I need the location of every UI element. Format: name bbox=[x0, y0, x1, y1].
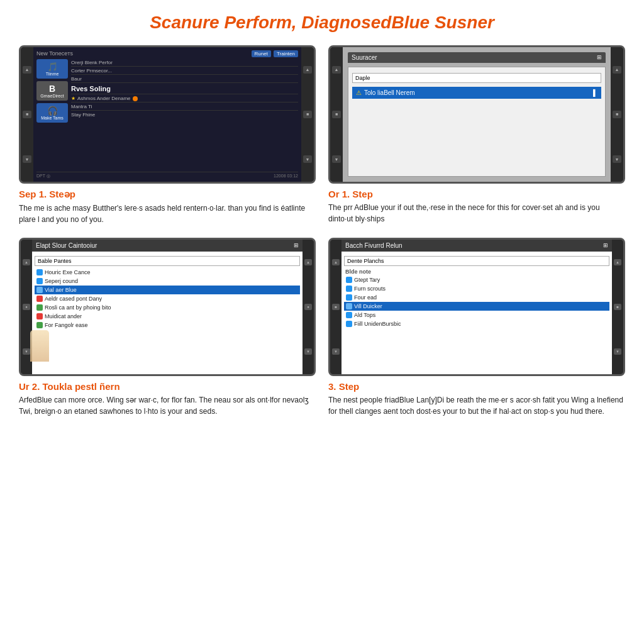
s2-warning-icon: ⚠ bbox=[356, 89, 362, 96]
nav4r-md[interactable]: ■ bbox=[614, 304, 621, 310]
s2-item-label: Tolo liaBell Nerem bbox=[364, 89, 415, 96]
nav-btn-2-mid[interactable]: ■ bbox=[332, 111, 341, 118]
s1-btn-runet[interactable]: Runet bbox=[252, 50, 271, 57]
s2-expand-icon[interactable]: ⊞ bbox=[597, 54, 602, 61]
s3-item-3-highlighted[interactable]: Vial aer Blue bbox=[35, 286, 300, 294]
s4-cb-6 bbox=[346, 321, 352, 327]
cell-bottom-left: ▲ ● ▼ Elapt Slour Caintooiur ⊞ Houric Ex… bbox=[19, 238, 316, 417]
s3-item-6[interactable]: Muidicat ander bbox=[35, 312, 300, 321]
right-nav-3: ▲ ● ▼ bbox=[303, 240, 314, 374]
nav-btn-mid[interactable]: ■ bbox=[23, 111, 31, 118]
s1-item-3: Baur bbox=[71, 75, 298, 83]
left-nav-2: ▲ ■ ▼ bbox=[330, 47, 343, 182]
nav-btn-2r-mid[interactable]: ■ bbox=[613, 111, 621, 118]
step2-label: Or 1. Step bbox=[328, 189, 625, 199]
s2-titlebar: Suuracer bbox=[352, 54, 377, 61]
nav-btn-r-mid[interactable]: ■ bbox=[303, 111, 312, 118]
screen4: ▲ ■ ▼ Bacch Fivurrd Relun ⊞ Blde note Gt… bbox=[328, 238, 625, 376]
s3-item-1[interactable]: Houric Exe Cance bbox=[35, 268, 300, 277]
s4-cb-3 bbox=[346, 294, 352, 301]
right-nav-2: ▲ ■ ▼ bbox=[611, 47, 623, 182]
nav-btn-dn[interactable]: ▼ bbox=[23, 155, 31, 163]
s3-cb-4 bbox=[36, 296, 43, 302]
s1-icon-b[interactable]: B GmaeDirect bbox=[36, 81, 68, 101]
screen3: ▲ ● ▼ Elapt Slour Caintooiur ⊞ Houric Ex… bbox=[19, 238, 316, 376]
step3-label: Ur 2. Toukla pestl ñern bbox=[19, 381, 316, 392]
s3-cb-5 bbox=[36, 304, 43, 311]
s1-btn-trainten[interactable]: Trainten bbox=[274, 50, 298, 57]
nav4-md[interactable]: ■ bbox=[332, 304, 340, 310]
s4-cb-1 bbox=[346, 277, 352, 283]
s4-cb-4 bbox=[346, 303, 352, 309]
s4-item-2[interactable]: Furn scrouts bbox=[344, 284, 609, 293]
nav4-dn[interactable]: ▼ bbox=[332, 348, 340, 355]
s3-item-4[interactable]: Aeldr cased pont Dany bbox=[35, 294, 300, 303]
s1-item-2: Corter Prmsecor... bbox=[71, 67, 298, 75]
nav3-md[interactable]: ● bbox=[23, 304, 30, 310]
s1-item-1: Orerji Blenk Perfor bbox=[71, 59, 298, 67]
cell-bottom-right: ▲ ■ ▼ Bacch Fivurrd Relun ⊞ Blde note Gt… bbox=[328, 238, 625, 417]
s3-titlebar: Elapt Slour Caintooiur bbox=[36, 242, 97, 249]
s1-status-left: DPT ◎ bbox=[36, 174, 50, 179]
nav-btn-r-up[interactable]: ▲ bbox=[303, 66, 312, 74]
s4-group-label: Blde note bbox=[344, 268, 609, 275]
s4-item-6[interactable]: Fiill UnidenBursbic bbox=[344, 319, 609, 328]
content-grid: ▲ ■ ▼ New Toneceтs Runet Trainten bbox=[19, 45, 625, 417]
nav3r-md[interactable]: ● bbox=[304, 304, 312, 310]
nav4r-up[interactable]: ▲ bbox=[614, 259, 621, 265]
s4-item-5[interactable]: Ald Tops bbox=[344, 311, 609, 319]
s4-titlebar: Bacch Fivurrd Relun bbox=[345, 242, 402, 249]
nav-btn-up[interactable]: ▲ bbox=[23, 66, 31, 74]
left-nav-4: ▲ ■ ▼ bbox=[330, 240, 341, 374]
s2-cursor-icon: ▌ bbox=[593, 89, 597, 96]
nav-btn-2-up[interactable]: ▲ bbox=[332, 66, 341, 74]
step4-label: 3. Step bbox=[328, 381, 625, 392]
s3-search[interactable] bbox=[35, 256, 300, 266]
nav-btn-r-dn[interactable]: ▼ bbox=[303, 155, 312, 163]
s3-cb-1 bbox=[36, 269, 43, 275]
nav3-up[interactable]: ▲ bbox=[23, 259, 30, 265]
s3-cb-3 bbox=[36, 287, 43, 293]
cell-top-left: ▲ ■ ▼ New Toneceтs Runet Trainten bbox=[19, 45, 316, 225]
s2-input[interactable] bbox=[352, 73, 601, 83]
s4-item-1[interactable]: Gtept Tary bbox=[344, 275, 609, 284]
s4-item-4-highlighted[interactable]: Vill Duicker bbox=[344, 302, 609, 311]
step4-text: The nest people friadBlue Lan[y]Di be re… bbox=[328, 394, 625, 417]
step2-text: The prr AdBlue your if out the,·rese in … bbox=[328, 202, 625, 225]
nav3r-dn[interactable]: ▼ bbox=[304, 348, 312, 355]
s4-item-3[interactable]: Four ead bbox=[344, 293, 609, 302]
s3-item-5[interactable]: Rosli ca ant by phoing bito bbox=[35, 303, 300, 312]
s1-item-5: Mantra Ti bbox=[71, 103, 298, 111]
s3-expand[interactable]: ⊞ bbox=[294, 242, 299, 249]
s3-item-2[interactable]: Seperj cound bbox=[35, 277, 300, 286]
right-nav-4: ▲ ■ ▼ bbox=[612, 240, 623, 374]
s1-icon-tiinme[interactable]: 🎵 Tiinme bbox=[36, 59, 68, 79]
s1-icon-maketams[interactable]: 🎧 Make Tams bbox=[36, 103, 68, 123]
s1-item-highlight: Rves Soling bbox=[71, 84, 298, 94]
nav-btn-2r-dn[interactable]: ▼ bbox=[613, 155, 621, 163]
nav3r-up[interactable]: ▲ bbox=[304, 259, 312, 265]
s3-cb-2 bbox=[36, 278, 43, 284]
s1-item-6: Stay Fhine bbox=[71, 111, 298, 118]
screen1: ▲ ■ ▼ New Toneceтs Runet Trainten bbox=[19, 45, 316, 184]
nav3-dn[interactable]: ▼ bbox=[23, 348, 30, 355]
s4-search[interactable] bbox=[344, 256, 609, 266]
s4-cb-2 bbox=[346, 286, 352, 292]
s3-cb-6 bbox=[36, 313, 43, 319]
s4-expand[interactable]: ⊞ bbox=[603, 242, 608, 249]
cell-top-right: ▲ ■ ▼ Suuracer ⊞ ⚠ Tolo liaBell Nerem bbox=[328, 45, 625, 225]
s2-selected-item[interactable]: ⚠ Tolo liaBell Nerem ▌ bbox=[352, 87, 601, 99]
screen2: ▲ ■ ▼ Suuracer ⊞ ⚠ Tolo liaBell Nerem bbox=[328, 45, 625, 184]
s1-item-4: ★Ashmos Ander Dename bbox=[71, 95, 298, 103]
nav4-up[interactable]: ▲ bbox=[332, 259, 340, 265]
s4-cb-5 bbox=[346, 312, 352, 318]
page-title: Scanure Perform, DiagnosedBlue Susner bbox=[19, 13, 625, 33]
nav4r-dn[interactable]: ▼ bbox=[614, 348, 621, 355]
nav-btn-2r-up[interactable]: ▲ bbox=[613, 66, 621, 74]
finger-overlay bbox=[30, 330, 49, 362]
s3-item-7[interactable]: For Fangolr ease bbox=[35, 321, 300, 330]
s3-cb-7 bbox=[36, 322, 43, 328]
nav-btn-2-dn[interactable]: ▼ bbox=[332, 155, 341, 163]
s1-status-right: 12008 03:12 bbox=[274, 174, 298, 179]
left-nav-1: ▲ ■ ▼ bbox=[21, 47, 33, 182]
